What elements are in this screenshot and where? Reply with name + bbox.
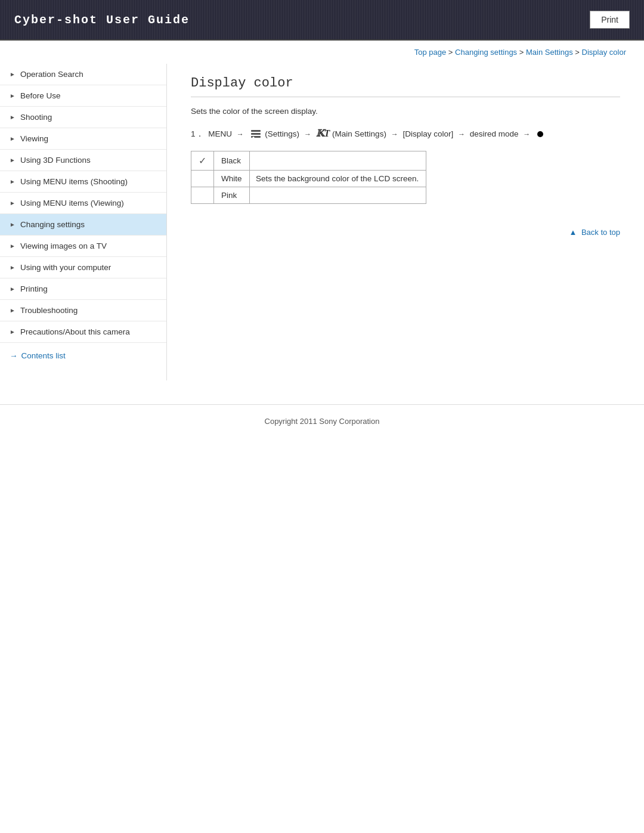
svg-rect-2 [251,136,261,138]
display-color-label: [Display color] [402,129,453,138]
arrow-icon: ► [10,307,16,314]
sidebar-item-using-3d[interactable]: ► Using 3D Functions [0,150,166,171]
app-title: Cyber-shot User Guide [14,13,190,27]
sidebar-item-using-menu-shooting[interactable]: ► Using MENU items (Shooting) [0,171,166,193]
menu-label: MENU [208,129,232,138]
desired-mode-label: desired mode [470,129,519,138]
sidebar-label: Using MENU items (Viewing) [20,199,124,208]
settings-icon [250,129,262,139]
arrow-icon: ► [10,135,16,142]
arrow-icon: → [458,128,465,140]
arrow-icon: → [304,128,311,140]
back-to-top-arrow-icon: ▲ [569,228,577,237]
arrow-icon: ► [10,71,16,78]
arrow-icon: ► [10,157,16,163]
table-row: White Sets the background color of the L… [191,171,426,187]
option-desc-pink [250,187,426,204]
sidebar-item-operation-search[interactable]: ► Operation Search [0,64,166,85]
arrow-icon: ► [10,114,16,120]
arrow-icon: → [391,128,398,140]
sidebar-label: Operation Search [20,70,83,79]
svg-rect-0 [251,130,261,132]
arrow-icon: ► [10,264,16,271]
breadcrumb: Top page > Changing settings > Main Sett… [0,41,644,64]
arrow-icon: ► [10,286,16,292]
options-table: ✓ Black White Sets the background color … [191,151,426,204]
sidebar-label: Before Use [20,91,61,100]
option-name-pink: Pink [214,187,250,204]
contents-list-label: Contents list [21,351,66,360]
table-row: ✓ Black [191,151,426,171]
sidebar: ► Operation Search ► Before Use ► Shooti… [0,64,167,380]
back-to-top: ▲ Back to top [191,228,620,237]
arrow-icon: ► [10,92,16,99]
confirm-bullet [537,131,543,137]
sidebar-item-troubleshooting[interactable]: ► Troubleshooting [0,300,166,321]
arrow-icon: ► [10,178,16,185]
breadcrumb-sep2: > [519,48,526,57]
sidebar-item-viewing[interactable]: ► Viewing [0,128,166,150]
sidebar-label: Using with your computer [20,263,111,272]
arrow-icon: → [523,128,530,140]
arrow-icon: → [237,128,244,140]
sidebar-label: Troubleshooting [20,306,78,315]
sidebar-label: Changing settings [20,220,85,229]
sidebar-item-viewing-tv[interactable]: ► Viewing images on a TV [0,236,166,257]
breadcrumb-changing-settings[interactable]: Changing settings [455,48,517,57]
check-cell-pink [191,187,214,204]
breadcrumb-main-settings[interactable]: Main Settings [526,48,573,57]
sidebar-item-printing[interactable]: ► Printing [0,278,166,300]
main-settings-label: (Main Settings) [332,129,386,138]
back-to-top-label: Back to top [581,228,620,237]
breadcrumb-sep3: > [575,48,581,57]
copyright-text: Copyright 2011 Sony Corporation [265,417,380,426]
table-row: Pink [191,187,426,204]
page-footer: Copyright 2011 Sony Corporation [0,404,644,438]
content-area: Display color Sets the color of the scre… [167,64,644,380]
main-layout: ► Operation Search ► Before Use ► Shooti… [0,64,644,380]
option-desc-white: Sets the background color of the LCD scr… [250,171,426,187]
sidebar-item-using-menu-viewing[interactable]: ► Using MENU items (Viewing) [0,193,166,214]
sidebar-item-before-use[interactable]: ► Before Use [0,85,166,107]
check-cell-black: ✓ [191,151,214,171]
option-desc-black [250,151,426,171]
step-number: 1． [191,129,204,138]
check-cell-white [191,171,214,187]
page-header: Cyber-shot User Guide Print [0,0,644,41]
arrow-icon: ► [10,200,16,206]
svg-rect-1 [251,133,261,135]
check-mark-icon: ✓ [199,156,206,166]
contents-list-arrow-icon: → [10,351,18,360]
sidebar-label: Precautions/About this camera [20,327,130,336]
svg-point-3 [252,137,254,138]
contents-list-link[interactable]: → Contents list [0,343,166,368]
arrow-icon: ► [10,221,16,228]
page-title: Display color [191,76,620,97]
back-to-top-link[interactable]: ▲ Back to top [569,228,620,237]
sidebar-item-using-computer[interactable]: ► Using with your computer [0,257,166,278]
page-description: Sets the color of the screen display. [191,107,620,116]
settings-label: (Settings) [265,129,299,138]
main-settings-icon: 𝕂T [316,128,330,138]
breadcrumb-display-color[interactable]: Display color [582,48,626,57]
option-name-white: White [214,171,250,187]
sidebar-label: Using MENU items (Shooting) [20,177,128,186]
instruction-step: 1． MENU → (Settings) → 𝕂T (Main Settings… [191,125,620,141]
sidebar-item-shooting[interactable]: ► Shooting [0,107,166,128]
sidebar-label: Using 3D Functions [20,156,91,165]
sidebar-label: Shooting [20,113,52,122]
breadcrumb-sep1: > [448,48,455,57]
sidebar-item-changing-settings[interactable]: ► Changing settings [0,214,166,236]
sidebar-label: Viewing images on a TV [20,241,107,250]
arrow-icon: ► [10,243,16,249]
sidebar-label: Printing [20,284,48,293]
breadcrumb-top-page[interactable]: Top page [414,48,447,57]
arrow-icon: ► [10,329,16,335]
print-button[interactable]: Print [590,11,630,29]
sidebar-label: Viewing [20,134,48,143]
option-name-black: Black [214,151,250,171]
sidebar-item-precautions[interactable]: ► Precautions/About this camera [0,321,166,343]
